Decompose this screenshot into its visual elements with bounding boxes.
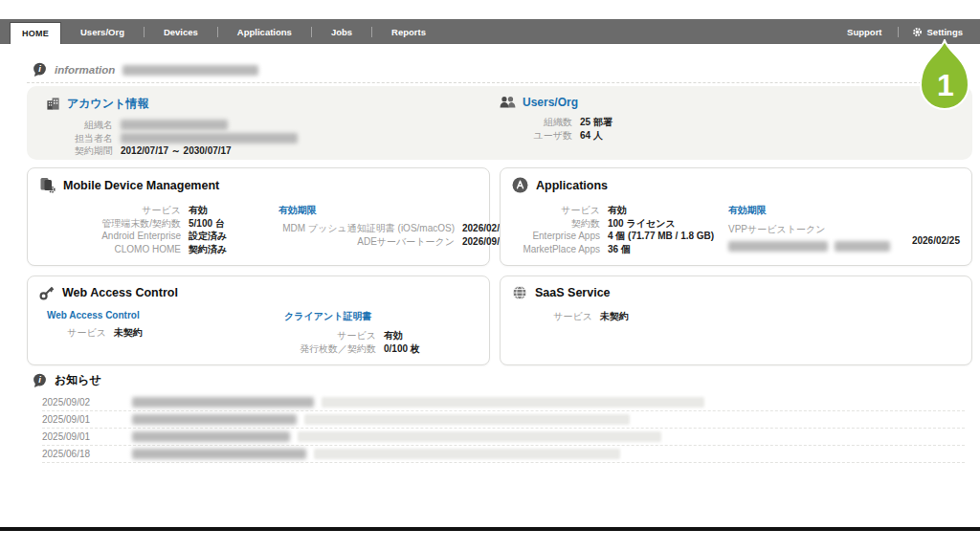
app-store-icon <box>512 177 528 193</box>
applications-expiry-link[interactable]: 有効期限 <box>728 204 960 217</box>
redacted-vpp-token <box>728 241 828 252</box>
notice-date: 2025/09/01 <box>42 414 107 425</box>
tab-devices[interactable]: Devices <box>145 27 217 37</box>
information-row: i information <box>33 61 258 78</box>
notice-date: 2025/09/01 <box>42 431 107 442</box>
tab-home-label: HOME <box>22 29 49 38</box>
applications-expiry-grid: 有効期限 VPPサービストークン 2026/02/25 <box>728 204 960 252</box>
info-bubble-icon: i <box>33 373 47 388</box>
notices-list: 2025/09/02 2025/09/01 2025/09/01 2025/06… <box>42 394 965 463</box>
vpp-expiry-date: 2026/02/25 <box>912 235 960 246</box>
web-access-control-card-title: Web Access Control <box>62 286 178 299</box>
notice-item[interactable]: 2025/09/02 <box>42 394 965 411</box>
redacted-notice-text <box>132 397 314 408</box>
saas-service-card-title: SaaS Service <box>535 286 611 299</box>
redacted-notice-smear <box>304 414 630 425</box>
notice-date: 2025/06/18 <box>42 449 107 459</box>
tab-home[interactable]: HOME <box>10 22 61 44</box>
notices-title: お知らせ <box>55 372 101 388</box>
nav-tabs: Users/Org Devices Applications Jobs Repo… <box>61 19 445 44</box>
saas-service-card: SaaS Service サービス未契約 <box>500 276 972 365</box>
mdm-status-grid: サービス有効 管理端末数/契約数5/100 台 Android Enterpri… <box>39 204 227 255</box>
redacted-notice-smear <box>314 449 620 459</box>
notice-item[interactable]: 2025/09/01 <box>42 411 965 429</box>
tab-applications[interactable]: Applications <box>218 27 311 37</box>
mdm-device-icon <box>39 177 56 193</box>
vpp-token-label: VPPサービストークン <box>728 223 960 236</box>
footer-bar <box>0 527 980 531</box>
globe-icon <box>512 285 527 300</box>
svg-text:i: i <box>38 375 41 385</box>
mdm-card-title: Mobile Device Management <box>63 179 219 192</box>
redacted-notice-text <box>132 449 306 459</box>
users-org-link[interactable]: Users/Org <box>523 96 578 109</box>
support-button[interactable]: Support <box>832 27 897 37</box>
redacted-contact-name <box>121 133 298 143</box>
redacted-notice-smear <box>322 397 704 408</box>
information-label: information <box>55 64 115 76</box>
applications-card: Applications サービス有効 契約数100 ライセンス Enterpr… <box>500 167 972 266</box>
divider-dashed <box>27 82 965 83</box>
mdm-expiry-link[interactable]: 有効期限 <box>278 204 510 217</box>
settings-label: Settings <box>927 27 963 37</box>
key-icon <box>39 285 55 300</box>
client-certificate-sub: クライアント証明書 サービス有効 発行枚数／契約数0/100 枚 <box>284 310 420 355</box>
redacted-vpp-token <box>835 241 890 252</box>
notices-section-header: i お知らせ <box>33 372 101 388</box>
notice-date: 2025/09/02 <box>42 397 107 408</box>
redacted-notice-text <box>132 431 290 442</box>
step-marker-balloon: 1 <box>915 39 974 114</box>
account-summary-panel: アカウント情報 組織名 担当者名 契約期間 2012/07/17 ～ 2030/… <box>27 86 972 160</box>
web-access-control-card: Web Access Control Web Access Control サー… <box>27 276 490 365</box>
notice-item[interactable]: 2025/09/01 <box>42 429 965 446</box>
notice-item[interactable]: 2025/06/18 <box>42 446 965 463</box>
redacted-notice-text <box>132 414 297 425</box>
clomo-home-page: HOME Users/Org Devices Applications Jobs… <box>0 0 980 551</box>
account-row-contract-period: 契約期間 2012/07/17 ～ 2030/07/17 <box>46 144 298 158</box>
tab-jobs[interactable]: Jobs <box>312 27 371 37</box>
redacted-org-name <box>121 120 228 130</box>
mdm-expiry-grid: 有効期限 MDM プッシュ通知証明書 (iOS/macOS)2026/02/25… <box>278 204 510 248</box>
info-bubble-icon: i <box>33 62 47 77</box>
tab-reports[interactable]: Reports <box>372 27 445 37</box>
top-navigation-bar: HOME Users/Org Devices Applications Jobs… <box>0 19 980 44</box>
web-access-control-sub: Web Access Control サービス未契約 <box>47 310 143 340</box>
gear-icon <box>912 27 923 37</box>
account-row-contact-name: 担当者名 <box>46 132 298 145</box>
redacted-notice-smear <box>298 431 661 442</box>
building-icon <box>46 97 60 111</box>
account-info-section: アカウント情報 組織名 担当者名 契約期間 2012/07/17 ～ 2030/… <box>46 96 298 158</box>
users-org-row-user-count: ユーザ数 64 人 <box>500 129 612 143</box>
settings-button[interactable]: Settings <box>899 27 969 37</box>
tab-users-org[interactable]: Users/Org <box>61 27 144 37</box>
client-certificate-link[interactable]: クライアント証明書 <box>284 310 420 323</box>
redacted-information-text <box>122 65 258 76</box>
saas-status-grid: サービス未契約 <box>512 310 629 323</box>
account-info-link[interactable]: アカウント情報 <box>67 96 148 112</box>
web-access-control-link[interactable]: Web Access Control <box>47 310 143 320</box>
users-org-row-org-count: 組織数 25 部署 <box>500 116 612 129</box>
users-icon <box>500 96 516 109</box>
applications-card-title: Applications <box>536 179 608 192</box>
step-marker-number: 1 <box>937 68 954 102</box>
applications-status-grid: サービス有効 契約数100 ライセンス Enterprise Apps4 個 (… <box>512 204 714 255</box>
users-org-section: Users/Org 組織数 25 部署 ユーザ数 64 人 <box>500 96 612 142</box>
mdm-card: Mobile Device Management サービス有効 管理端末数/契約… <box>27 167 490 266</box>
svg-text:i: i <box>38 64 41 74</box>
account-row-org-name: 組織名 <box>46 119 298 132</box>
